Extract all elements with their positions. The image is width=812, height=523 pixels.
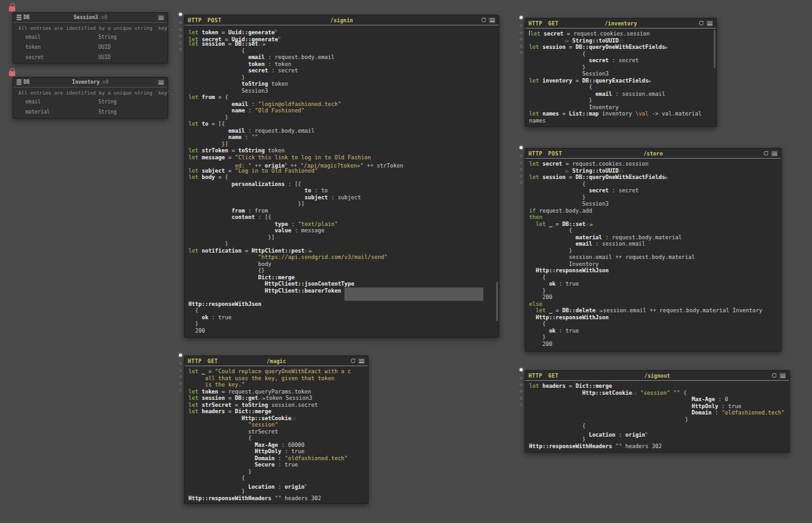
handler-path[interactable]: /signout [525, 373, 789, 379]
trace-dot[interactable] [179, 41, 182, 44]
code-line[interactable]: { [529, 84, 716, 91]
code-line[interactable]: Inventory [529, 261, 781, 268]
code-line[interactable]: toString token [188, 81, 499, 88]
redacted-secret-box[interactable] [344, 288, 483, 301]
code-line[interactable]: if request.body.add [529, 208, 781, 215]
refresh-icon[interactable] [350, 358, 356, 364]
http-handler-store[interactable]: HTTP POST /store let secret = request.co… [525, 148, 782, 352]
handler-verb-label[interactable]: GET [548, 373, 559, 379]
code-line[interactable]: Domain : "oldfashioned.tech" [529, 409, 789, 416]
code-line[interactable]: let session = DB::setv1▶ [188, 41, 499, 48]
menu-icon[interactable] [157, 15, 164, 21]
trace-dot-live[interactable] [520, 16, 523, 19]
code-line[interactable]: 200 [529, 294, 781, 301]
trace-dot-live[interactable] [179, 13, 182, 16]
menu-icon[interactable] [157, 79, 164, 86]
db-field-row[interactable]: secretUUID [13, 52, 167, 62]
code-line[interactable]: let from = { [188, 94, 499, 101]
trace-dot[interactable] [179, 21, 182, 24]
code-line[interactable]: Http::setCookiev1 [188, 415, 368, 422]
code-line[interactable]: Session3 [529, 70, 716, 77]
trace-dot[interactable] [520, 175, 523, 178]
trace-dot[interactable] [179, 388, 182, 392]
code-editor[interactable]: let secret = request.cookies.session ▷ S… [525, 159, 781, 350]
db-field-row[interactable]: tokenUUID [13, 42, 167, 52]
code-line[interactable]: ok : true [529, 328, 781, 334]
code-line[interactable]: HttpClient::bearerToken [188, 288, 499, 295]
code-line[interactable]: } [529, 64, 716, 71]
code-line[interactable]: Domain : "oldfashioned.tech" [188, 455, 368, 462]
code-line[interactable]: }] [188, 234, 499, 241]
code-line[interactable]: ok : true [188, 314, 499, 321]
code-line[interactable]: { [188, 48, 499, 55]
code-line[interactable]: { [529, 274, 781, 281]
code-line[interactable]: material : request.body.material [529, 234, 781, 241]
code-line[interactable]: let secret = Uuid::generate↻ [188, 34, 499, 41]
refresh-icon[interactable] [481, 17, 487, 23]
code-line[interactable]: secret : secret [529, 187, 781, 194]
code-line[interactable]: session.email ++ request.body.material [529, 254, 781, 261]
code-line[interactable]: Session3 [188, 88, 499, 95]
code-line[interactable]: names [529, 117, 716, 124]
code-line[interactable]: { [188, 475, 368, 482]
trace-dots[interactable] [520, 16, 523, 58]
trace-dot[interactable] [520, 44, 523, 48]
db-inventory[interactable]: DB Inventory.v0 All entries are identifi… [13, 77, 168, 119]
code-line[interactable]: } [529, 416, 789, 423]
menu-icon[interactable] [771, 150, 778, 157]
code-line[interactable]: let headers = Dict::merge [529, 383, 789, 390]
trace-dot[interactable] [179, 34, 182, 37]
trace-dot[interactable] [520, 390, 523, 393]
code-line[interactable]: HttpClient::jsonContentType [188, 281, 499, 288]
canvas[interactable]: { "colors":{ "canvas_bg":"#4a4a4a","box_… [0, 0, 812, 523]
code-line[interactable]: let strSecret = toString session.secret [188, 402, 368, 409]
http-handler-signin[interactable]: HTTP POST /signin let token = Uuid::gene… [184, 15, 499, 338]
db-field-row[interactable]: emailString [13, 32, 167, 42]
code-editor[interactable]: let secret = request.cookies.session ▷ S… [525, 29, 716, 127]
code-line[interactable]: ed: " ++ origin↻ ++ "/api/magic?token=" … [188, 161, 499, 168]
code-line[interactable]: let token = Uuid::generate↻ [188, 27, 499, 34]
code-editor[interactable]: let token = Uuid::generate↻let secret = … [185, 25, 499, 337]
code-line[interactable]: Max-Age : 0 [529, 396, 789, 403]
handler-verb-label[interactable]: GET [548, 20, 559, 27]
code-line[interactable]: { [529, 51, 716, 58]
code-line[interactable]: secret : secret [188, 67, 499, 74]
scrollbar-thumb[interactable] [714, 30, 716, 68]
trace-dot[interactable] [520, 37, 523, 41]
play-icon[interactable]: ▶ [665, 45, 667, 50]
scrollbar-thumb[interactable] [496, 282, 498, 321]
db-field-row[interactable]: materialString [13, 107, 167, 117]
trace-dot[interactable] [520, 403, 523, 406]
handler-verb-label[interactable]: GET [207, 358, 218, 364]
code-line[interactable]: } [529, 334, 781, 341]
handler-verb-label[interactable]: POST [207, 17, 221, 23]
trace-dots[interactable] [179, 13, 183, 55]
code-line[interactable]: type : "text/plain" [188, 221, 499, 228]
http-handler-magic[interactable]: HTTP GET /magic let _ = "Could replace q… [184, 355, 369, 504]
play-icon[interactable]: ▶ [591, 222, 593, 227]
trace-dot[interactable] [520, 161, 523, 164]
code-line[interactable]: { [529, 227, 781, 234]
code-line[interactable]: let session = DB::getv2▶token Session3 [188, 395, 368, 402]
code-line[interactable]: Location : origin↻ [188, 482, 368, 489]
lock-icon[interactable] [9, 71, 15, 76]
code-line[interactable]: let inventory = DB::queryExactFields▶ [529, 77, 716, 84]
code-line[interactable]: let notification = HttpClient::postv4▶ [188, 248, 499, 255]
code-line[interactable]: {} [188, 267, 499, 274]
code-line[interactable]: personalizations : [{ [188, 181, 499, 188]
trace-dots[interactable] [179, 354, 183, 395]
code-line[interactable]: content : [{ [188, 214, 499, 221]
play-icon[interactable]: ▶ [648, 79, 651, 84]
code-line[interactable]: let secret = request.cookies.session [529, 30, 716, 37]
code-line[interactable]: subject : subject [188, 194, 499, 201]
code-line[interactable]: let session = DB::queryOneWithExactField… [529, 44, 716, 51]
code-line[interactable]: let body = { [188, 174, 499, 181]
code-line[interactable]: } [188, 74, 499, 81]
code-line[interactable]: Dict::merge [188, 274, 499, 281]
code-line[interactable]: Secure : true [188, 461, 368, 468]
code-line[interactable]: Http::setCookiev1 "session" "" { [529, 390, 789, 397]
code-line[interactable]: Inventory [529, 104, 716, 111]
code-line[interactable]: ▷ String::toUUIDv1 [529, 37, 716, 44]
code-line[interactable]: value : message [188, 227, 499, 234]
trace-dot-live[interactable] [520, 368, 523, 371]
